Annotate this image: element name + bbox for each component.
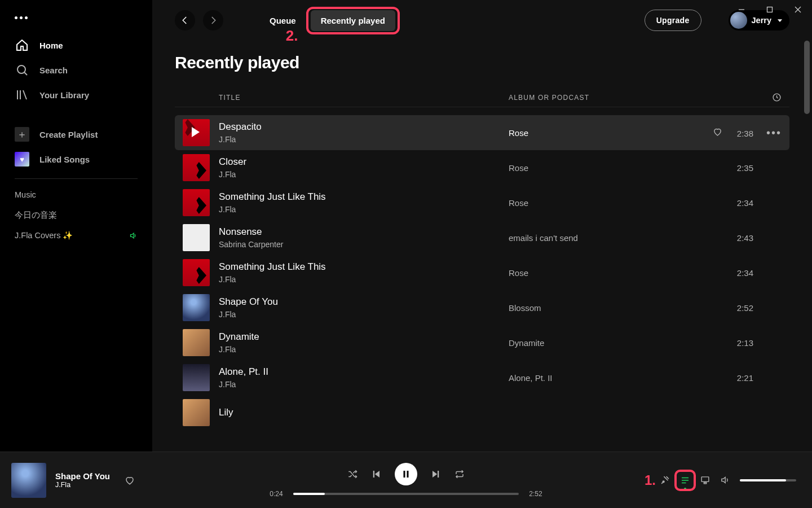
primary-nav: Home Search Your Library	[5, 33, 148, 107]
queue-button[interactable]	[680, 475, 690, 485]
svg-marker-11	[375, 471, 379, 478]
nav-home[interactable]: Home	[5, 33, 148, 58]
column-duration-icon	[753, 93, 782, 102]
svg-marker-14	[433, 471, 437, 478]
track-duration-cell: 2:43	[700, 233, 753, 243]
svg-rect-12	[404, 471, 405, 478]
track-title: Something Just Like This	[219, 191, 509, 203]
track-artist[interactable]: J.Fla	[219, 275, 509, 284]
lyrics-button[interactable]	[660, 475, 670, 485]
track-row[interactable]: Closer J.Fla Rose 2:35	[175, 150, 789, 185]
playback-controls: 0:24 2:52	[265, 463, 547, 498]
svg-point-0	[17, 65, 25, 73]
track-row[interactable]: Despacito J.Fla Rose 2:38 •••	[175, 115, 789, 150]
window-minimize-button[interactable]	[727, 0, 756, 19]
track-artist[interactable]: Sabrina Carpenter	[219, 240, 509, 249]
track-album[interactable]: Blossom	[509, 303, 700, 313]
more-menu-button[interactable]	[5, 7, 148, 33]
sidebar-divider	[15, 178, 138, 179]
now-playing-title[interactable]: Shape Of You	[55, 471, 110, 481]
track-duration-cell: 2:21	[700, 373, 753, 383]
track-duration: 2:34	[737, 198, 753, 208]
svg-rect-15	[438, 471, 439, 478]
track-album[interactable]: Rose	[509, 163, 700, 173]
track-row[interactable]: Shape Of You J.Fla Blossom 2:52	[175, 290, 789, 325]
nav-forward-button[interactable]	[203, 10, 223, 30]
shuffle-button[interactable]	[347, 469, 358, 479]
window-maximize-button[interactable]	[756, 0, 784, 19]
track-duration: 2:13	[737, 338, 753, 348]
playlist-item[interactable]: Music	[5, 185, 148, 205]
track-artist[interactable]: J.Fla	[219, 135, 509, 144]
svg-marker-8	[778, 19, 782, 22]
track-album[interactable]: Alone, Pt. II	[509, 373, 700, 383]
track-row[interactable]: Nonsense Sabrina Carpenter emails i can'…	[175, 220, 789, 255]
upgrade-button[interactable]: Upgrade	[645, 10, 701, 31]
track-album[interactable]: Rose	[509, 128, 700, 138]
nav-library[interactable]: Your Library	[5, 82, 148, 107]
scrollbar[interactable]	[804, 41, 810, 114]
create-playlist-button[interactable]: ＋ Create Playlist	[5, 122, 148, 147]
nav-library-label: Your Library	[39, 90, 89, 100]
column-album: ALBUM OR PODCAST	[509, 94, 700, 102]
like-track-button[interactable]	[713, 127, 722, 137]
repeat-button[interactable]	[454, 469, 465, 479]
track-duration-cell: 2:38	[700, 127, 753, 138]
column-headers: TITLE ALBUM OR PODCAST	[175, 93, 789, 107]
track-duration-cell: 2:13	[700, 338, 753, 348]
play-pause-button[interactable]	[395, 463, 417, 485]
track-more-button[interactable]: •••	[766, 126, 782, 139]
track-artist[interactable]: J.Fla	[219, 310, 509, 319]
library-icon	[15, 87, 29, 102]
playlist-item[interactable]: J.Fla Covers ✨	[5, 225, 148, 246]
track-title: Alone, Pt. II	[219, 366, 509, 378]
track-row[interactable]: Something Just Like This J.Fla Rose 2:34	[175, 185, 789, 220]
track-album[interactable]: Rose	[509, 268, 700, 278]
player-bar: Shape Of You J.Fla	[0, 452, 812, 508]
track-cover	[183, 294, 210, 321]
svg-rect-21	[704, 483, 706, 484]
sidebar: Home Search Your Library ＋ Create Playli…	[0, 0, 152, 452]
nav-back-button[interactable]	[175, 10, 195, 30]
track-artist[interactable]: J.Fla	[219, 345, 509, 354]
progress-bar[interactable]: 0:24 2:52	[265, 490, 547, 498]
heart-icon: ♥	[15, 152, 29, 167]
now-playing-artist[interactable]: J.Fla	[55, 481, 110, 489]
track-row[interactable]: Something Just Like This J.Fla Rose 2:34	[175, 255, 789, 290]
player-extra-controls: 1.	[547, 472, 801, 488]
window-close-button[interactable]	[784, 0, 812, 19]
track-duration-cell: 2:34	[700, 198, 753, 208]
next-button[interactable]	[431, 469, 441, 479]
tab-queue[interactable]: Queue	[259, 10, 306, 31]
track-cover	[183, 399, 210, 426]
volume-slider[interactable]	[740, 479, 796, 481]
track-row[interactable]: Alone, Pt. II J.Fla Alone, Pt. II 2:21	[175, 360, 789, 395]
track-cover	[183, 154, 210, 181]
track-artist[interactable]: J.Fla	[219, 205, 509, 214]
liked-songs-button[interactable]: ♥ Liked Songs	[5, 147, 148, 172]
window-controls	[727, 0, 812, 19]
track-row[interactable]: Dynamite J.Fla Dynamite 2:13	[175, 325, 789, 360]
track-album[interactable]: Rose	[509, 198, 700, 208]
like-button[interactable]	[125, 475, 135, 485]
tab-recently-played[interactable]: Recently played 2.	[311, 10, 395, 31]
track-title: Lily	[219, 407, 509, 418]
track-duration-cell: 2:52	[700, 303, 753, 313]
now-playing-cover[interactable]	[11, 463, 46, 498]
track-album[interactable]: emails i can't send	[509, 233, 700, 243]
main-view: Queue Recently played 2. Upgrade Jerry R…	[152, 0, 812, 452]
view-tabs: Queue Recently played 2.	[259, 10, 395, 31]
connect-device-button[interactable]	[700, 475, 710, 485]
create-playlist-label: Create Playlist	[39, 130, 98, 139]
playlist-item[interactable]: 今日の音楽	[5, 205, 148, 225]
track-artist[interactable]: J.Fla	[219, 170, 509, 179]
nav-search[interactable]: Search	[5, 58, 148, 82]
volume-button[interactable]	[720, 475, 730, 485]
track-album[interactable]: Dynamite	[509, 338, 700, 348]
track-duration-cell: 2:34	[700, 268, 753, 278]
previous-button[interactable]	[371, 469, 381, 479]
track-row[interactable]: Lily	[175, 395, 789, 430]
track-artist[interactable]: J.Fla	[219, 380, 509, 389]
svg-rect-13	[407, 471, 409, 478]
track-duration: 2:35	[737, 163, 753, 173]
